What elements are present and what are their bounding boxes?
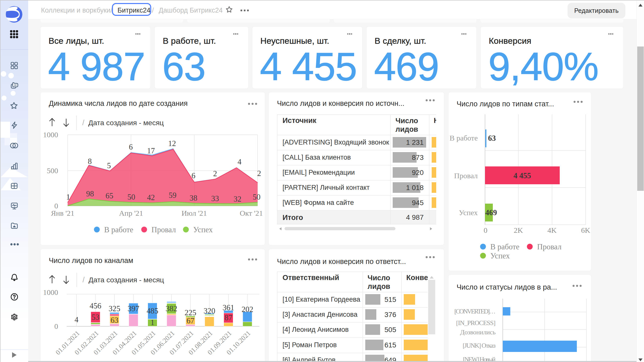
svg-text:1000: 1000 bbox=[43, 288, 58, 296]
svg-text:6K: 6K bbox=[581, 226, 590, 234]
svg-text:456: 456 bbox=[90, 301, 101, 310]
svg-text:[IN_PROCESS]: [IN_PROCESS] bbox=[456, 319, 496, 327]
svg-text:17: 17 bbox=[147, 146, 155, 155]
svg-text:[JUNK] Отказ: [JUNK] Отказ bbox=[463, 342, 496, 349]
svg-text:65: 65 bbox=[106, 191, 113, 200]
svg-text:500: 500 bbox=[47, 166, 58, 175]
svg-text:50: 50 bbox=[128, 193, 135, 201]
svg-text:Янв '21: Янв '21 bbox=[51, 209, 74, 217]
svg-text:4: 4 bbox=[237, 157, 242, 166]
svg-text:Успех: Успех bbox=[459, 208, 478, 217]
svg-text:63: 63 bbox=[488, 134, 496, 143]
svg-text:382: 382 bbox=[166, 304, 177, 313]
svg-text:325: 325 bbox=[109, 304, 120, 313]
svg-text:0: 0 bbox=[484, 226, 488, 234]
svg-text:38: 38 bbox=[190, 194, 197, 202]
svg-text:Провал: Провал bbox=[537, 242, 561, 251]
svg-text:[NEW] Новый: [NEW] Новый bbox=[463, 356, 496, 361]
svg-text:202: 202 bbox=[242, 305, 253, 314]
svg-text:5: 5 bbox=[107, 161, 111, 170]
svg-text:8: 8 bbox=[88, 157, 92, 166]
svg-text:361: 361 bbox=[223, 303, 234, 312]
svg-text:32: 32 bbox=[234, 195, 242, 203]
svg-text:59: 59 bbox=[169, 191, 177, 200]
svg-text:63: 63 bbox=[111, 316, 118, 325]
svg-text:/: / bbox=[83, 276, 85, 284]
svg-text:0: 0 bbox=[54, 322, 58, 330]
svg-text:4K: 4K bbox=[547, 226, 557, 234]
svg-text:4: 4 bbox=[74, 315, 78, 324]
svg-text:Апр '21: Апр '21 bbox=[119, 209, 143, 217]
svg-text:2: 2 bbox=[257, 169, 261, 178]
svg-text:Дата создания - месяц: Дата создания - месяц bbox=[88, 119, 164, 127]
svg-text:98: 98 bbox=[86, 189, 94, 198]
svg-text:2K: 2K bbox=[514, 226, 523, 234]
svg-text:Провал: Провал bbox=[151, 225, 176, 234]
svg-text:50: 50 bbox=[253, 193, 261, 201]
svg-text:В работе: В работе bbox=[490, 242, 519, 251]
svg-text:2: 2 bbox=[213, 169, 217, 178]
svg-text:В работе: В работе bbox=[450, 134, 478, 142]
svg-text:Окт '21: Окт '21 bbox=[240, 209, 263, 217]
svg-text:42: 42 bbox=[147, 193, 155, 202]
svg-text:4 455: 4 455 bbox=[513, 171, 531, 180]
svg-text:469: 469 bbox=[485, 208, 497, 217]
svg-text:67: 67 bbox=[187, 316, 194, 325]
svg-text:12: 12 bbox=[168, 139, 176, 148]
svg-text:397: 397 bbox=[128, 304, 139, 313]
svg-text:320: 320 bbox=[204, 306, 215, 315]
svg-text:[CONVERTED]…: [CONVERTED]… bbox=[454, 308, 496, 315]
svg-text:1000: 1000 bbox=[43, 130, 58, 139]
svg-text:33: 33 bbox=[211, 194, 219, 203]
svg-text:1: 1 bbox=[66, 193, 70, 201]
svg-text:485: 485 bbox=[147, 306, 158, 315]
svg-text:Успех: Успех bbox=[490, 251, 510, 260]
svg-text:Провал: Провал bbox=[454, 171, 478, 180]
svg-text:225: 225 bbox=[185, 308, 196, 317]
svg-text:В работе: В работе bbox=[104, 225, 133, 234]
svg-text:Успех: Успех bbox=[193, 225, 213, 234]
svg-text:Июл '21: Июл '21 bbox=[181, 209, 207, 217]
svg-text:6: 6 bbox=[191, 171, 195, 180]
svg-text:1: 1 bbox=[150, 318, 154, 327]
svg-text:Дозвонились: Дозвонились bbox=[460, 329, 496, 336]
svg-text:/: / bbox=[82, 118, 85, 127]
svg-text:Дата создания - месяц: Дата создания - месяц bbox=[89, 276, 164, 284]
svg-text:6: 6 bbox=[129, 143, 133, 151]
svg-text:87: 87 bbox=[225, 313, 232, 322]
svg-text:53: 53 bbox=[92, 313, 99, 322]
